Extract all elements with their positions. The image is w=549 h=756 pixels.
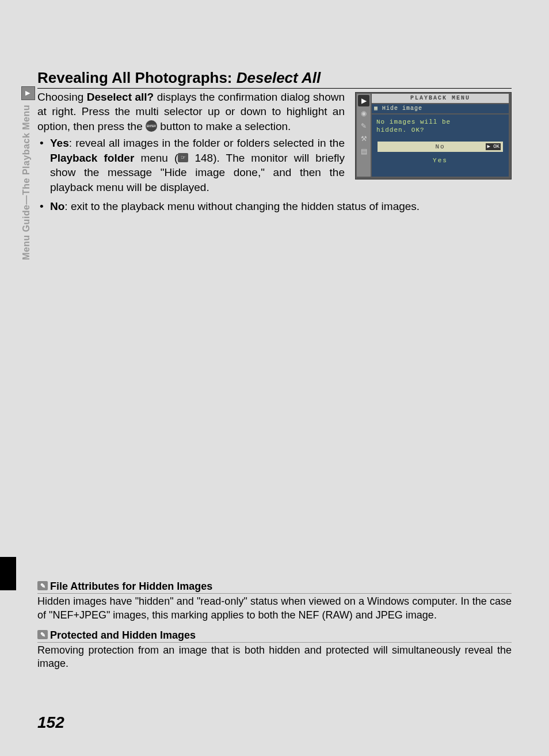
menu-icon-playback: ▶: [358, 95, 369, 106]
bullet-list-2: No: exit to the playback menu without ch…: [37, 199, 512, 213]
menu-option-no[interactable]: No: [378, 142, 503, 152]
content: Revealing All Photographs: Deselect All …: [37, 69, 512, 216]
heading-prefix: Revealing All Photographs:: [37, 69, 237, 86]
intro-row: Choosing Deselect all? displays the conf…: [37, 90, 512, 197]
pencil-icon: ✎: [37, 581, 48, 590]
heading-italic: Deselect All: [237, 69, 321, 86]
note-title-1: ✎File Attributes for Hidden Images: [37, 581, 512, 594]
reference-icon: ☞: [178, 153, 188, 162]
menu-body: No images will be hidden. OK? No Yes: [372, 114, 509, 177]
intro-paragraph: Choosing Deselect all? displays the conf…: [37, 90, 345, 133]
menu-option-yes[interactable]: Yes: [378, 155, 503, 166]
menu-icon-wrench: ⚒: [358, 133, 369, 144]
ref-page: 148: [195, 152, 213, 164]
bullet-no: No: exit to the playback menu without ch…: [37, 199, 512, 213]
menu-message: No images will be hidden. OK?: [372, 114, 509, 138]
bullet-yes-t1: : reveal all images in the folder or fol…: [69, 137, 345, 149]
intro-text-3: button to make a selection.: [157, 120, 291, 132]
pencil-icon: ✎: [37, 630, 48, 639]
side-tab: Menu Guide—The Playback Menu: [21, 86, 36, 299]
intro-and-bullets: Choosing Deselect all? displays the conf…: [37, 90, 345, 197]
top-margin: [0, 0, 549, 63]
note-body-1: Hidden images have "hidden" and "read-on…: [37, 595, 512, 623]
intro-bold: Deselect all?: [87, 91, 154, 103]
menu-title: PLAYBACK MENU: [372, 94, 509, 103]
menu-icon-card: ▤: [358, 146, 369, 157]
menu-subtitle: ▦ Hide image: [372, 104, 509, 113]
playback-icon: [21, 86, 35, 100]
intro-text-1: Choosing: [37, 91, 87, 103]
bullet-no-label: No: [50, 200, 64, 212]
bullet-yes: Yes: reveal all images in the folder or …: [37, 136, 345, 194]
bullet-yes-label: Yes: [50, 137, 69, 149]
menu-msg-2: hidden. OK?: [376, 127, 425, 133]
enter-button-icon: [146, 120, 157, 132]
manual-page: Menu Guide—The Playback Menu Revealing A…: [0, 0, 549, 756]
menu-msg-1: No images will be: [376, 119, 451, 125]
section-heading: Revealing All Photographs: Deselect All: [37, 69, 512, 89]
thumb-index-bar: [0, 557, 16, 590]
menu-icon-camera: ◉: [358, 108, 369, 119]
menu-left-icons: ▶ ◉ ✎ ⚒ ▤: [357, 94, 371, 177]
camera-menu-screenshot: ▶ ◉ ✎ ⚒ ▤ PLAYBACK MENU ▦ Hide image No …: [355, 92, 512, 180]
bullet-list: Yes: reveal all images in the folder or …: [37, 136, 345, 194]
menu-screen: ▶ ◉ ✎ ⚒ ▤ PLAYBACK MENU ▦ Hide image No …: [355, 92, 512, 180]
bullet-no-text: : exit to the playback menu without chan…: [64, 200, 420, 212]
note-title-1-text: File Attributes for Hidden Images: [50, 581, 212, 592]
menu-subtitle-text: Hide image: [382, 105, 422, 112]
menu-icon-pencil: ✎: [358, 120, 369, 132]
side-tab-label: Menu Guide—The Playback Menu: [21, 105, 32, 260]
bullet-yes-bold: Playback folder: [50, 152, 134, 164]
note-protected-hidden: ✎Protected and Hidden Images Removing pr…: [37, 629, 512, 671]
bullet-yes-t2: menu (: [134, 152, 178, 164]
note-title-2-text: Protected and Hidden Images: [50, 629, 196, 641]
page-number: 152: [37, 713, 64, 732]
notes-section: ✎File Attributes for Hidden Images Hidde…: [37, 574, 512, 671]
note-title-2: ✎Protected and Hidden Images: [37, 629, 512, 643]
note-file-attributes: ✎File Attributes for Hidden Images Hidde…: [37, 581, 512, 623]
bullet-yes-ref: 148: [188, 152, 213, 164]
note-body-2: Removing protection from an image that i…: [37, 644, 512, 671]
